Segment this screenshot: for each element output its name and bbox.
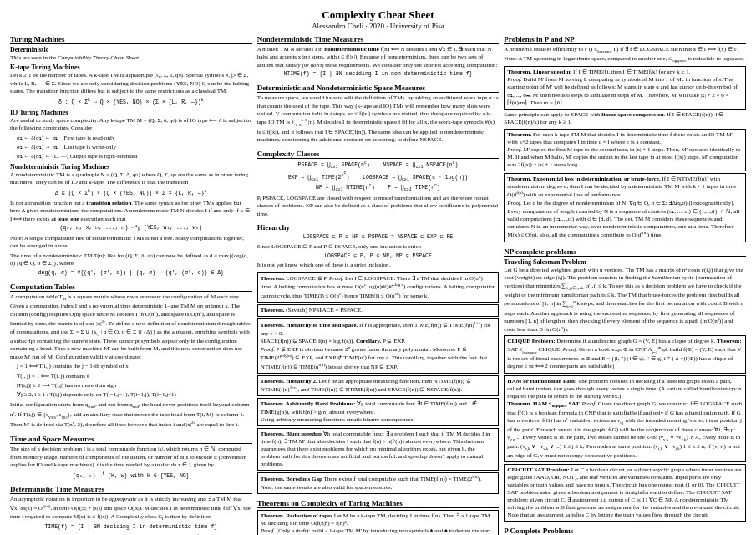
comp-tables-content2: Initial configuration starts from qstart…: [10, 401, 252, 430]
ndtm-formula: Δ ⊆ (Q × Σk) × (Q × (YES, NO)) × Σ × {L,…: [10, 189, 252, 198]
turing-theorems-section: Theorems on Complexity of Turing Machine…: [257, 499, 500, 535]
column-3: Problems in P and NP A problem I reduces…: [504, 35, 746, 535]
page-title: Complexity Cheat Sheet: [10, 8, 746, 22]
ndtime-title: Nondeterministic Time Measures: [257, 35, 500, 44]
time-space-content: The size of a decision problem I is a to…: [10, 446, 252, 469]
p-complete-title: P Complete Problems: [504, 527, 746, 535]
page-subtitle: Alessandro Cheli · 2020 · University of …: [10, 22, 746, 30]
ktape-formula: δ : Q × Σk → Q × (YES, NO) × (Σ × {L, R,…: [10, 98, 252, 107]
problems-intro: A problem I reduces efficiently to I' (I…: [504, 46, 746, 64]
det-nd-space-section: Deterministic and Nondeterministic Space…: [257, 84, 500, 145]
time-space-section: Time and Space Measures The size of a de…: [10, 435, 252, 480]
borodin-gap-theorem: Theorem. Borodin's Gap There exists f to…: [257, 472, 500, 494]
logspace-p-theorem: Theorem. LOGSPACE ⊊ P. Proof. Let I ∈ LO…: [257, 272, 500, 303]
hierarchy-title: Hierarchy: [257, 223, 500, 232]
io-tm-content: Are useful to study space complexity. An…: [10, 117, 252, 133]
tsp-content: Let G be a directed weighted graph with …: [504, 267, 746, 334]
ndtm-note: Note: A single computation tree of nonde…: [10, 235, 252, 251]
p-complete-section: P Complete Problems CIRCUIT VALUE Determ…: [504, 527, 746, 535]
validity-4: ∀j ≥ 2, i ≥ 1 : T(i,j) depends only on T…: [10, 391, 252, 399]
arb-hard-theorem: Theorem. Arbitrarily Hard Problems: ∀g t…: [257, 398, 500, 425]
hierarchy-chain: LOGSPACE ⊆ P ⊆ NP ⊆ PSPACE = NSPACE ⊆ EX…: [257, 234, 500, 242]
io-tm-title: IO Turing Machines: [10, 109, 252, 116]
linear-speedup-theorem: Theorem. Linear speedup If I ∈ TIME(f), …: [504, 66, 746, 109]
content-columns: Turing Machines Deterministic TMs are se…: [10, 35, 746, 535]
ndtime-content: A model: TM N decides I in nondeterminis…: [257, 46, 500, 69]
validity-3: |T(i,j)| ≥ 2 ⟺ T(i,j) has no more than s…: [10, 382, 252, 390]
time-space-title: Time and Space Measures: [10, 435, 252, 444]
ham-theorem: HAM or Hamiltonian Path: The problem con…: [504, 375, 746, 462]
ndtm-deg-formula: deg(q, σ) = #{(q', (σ', d)) | (q, σ) → (…: [10, 270, 252, 278]
io-constraint-3: σ₁ ← δ(σ₁) ← (L, —) Output tape is right…: [10, 153, 252, 160]
turing-machines-section: Turing Machines Deterministic TMs are se…: [10, 35, 252, 278]
cc-formulas: PSPACE = ⋃c≥1 SPACE(nc) NSPACE = ⋃c≥1 NS…: [257, 160, 500, 193]
complexity-classes-section: Complexity Classes PSPACE = ⋃c≥1 SPACE(n…: [257, 150, 500, 219]
io-constraint-2: σ₁ ← δ(σ₁) → σ₁ Last tape is write-only: [10, 144, 252, 151]
computation-tables-section: Computation Tables A computation table T…: [10, 283, 252, 431]
det-time-section: Deterministic Time Measures An asymptoti…: [10, 485, 252, 535]
ktape-content: Let k ≥ 1 be the number of tapes. A k-ta…: [10, 72, 252, 95]
det-nd-space-content: To measure space, we would have to edit …: [257, 94, 500, 145]
comp-tables-title: Computation Tables: [10, 283, 252, 292]
ndtm-title: Nondeterministic Turing Machines: [10, 163, 252, 171]
io-tm-theorem: Theorem. For each k-tape TM M that decid…: [504, 129, 746, 171]
np-complete-section: NP complete problems Traveling Salesman …: [504, 247, 746, 522]
column-2: Nondeterministic Time Measures A model: …: [257, 35, 500, 535]
ndtm-content: A nondeterministic TM is a quadruple N =…: [10, 171, 252, 187]
column-1: Turing Machines Deterministic TMs are se…: [10, 35, 252, 535]
savitch-theorem: Theorem. (Savitch) NPSPACE = PSPACE.: [257, 304, 500, 317]
validity-2: T(i, j) = 1 ⟺ T(i, j) contains #: [10, 373, 252, 380]
ndtm-formula2: (q₀, ▷, x, ▷, ..., ▷) →*N (YES, w₁, ...,…: [10, 225, 252, 233]
comp-tables-content: A computation table TM is a square matri…: [10, 293, 252, 362]
space-compression-note: Same principle can apply to SPACE with l…: [504, 111, 746, 127]
header: Complexity Cheat Sheet Alessandro Cheli …: [10, 8, 746, 30]
ndtime-section: Nondeterministic Time Measures A model: …: [257, 35, 500, 79]
tsp-title: Traveling Salesman Problem: [504, 258, 746, 266]
circuit-sat-theorem: CIRCUIT SAT Problem: Let C a boolean cir…: [504, 464, 746, 522]
turing-theorems-title: Theorems on Complexity of Turing Machine…: [257, 499, 500, 508]
time-space-formula: (q₀, ▷) →t (H, w) with H ∈ {YES, NO}: [10, 471, 252, 481]
blum-speedup-theorem: Theorem. Blum speedup ∀h total computabl…: [257, 428, 500, 471]
det-nd-space-title: Deterministic and Nondeterministic Space…: [257, 84, 500, 93]
io-constraint-1: σ₁ ← δ(σ₁) ← σ₁ First tape is read-only: [10, 135, 252, 142]
hierarchy-note: It is not yet know which one of these is…: [257, 262, 500, 269]
page: Complexity Cheat Sheet Alessandro Cheli …: [0, 0, 756, 535]
hierarchy-section: Hierarchy LOGSPACE ⊆ P ⊆ NP ⊆ PSPACE = N…: [257, 223, 500, 493]
problems-p-np-section: Problems in P and NP A problem I reduces…: [504, 35, 746, 242]
ntime-formula: NTIME(f) = {I | ∃N deciding I in non-det…: [257, 71, 500, 79]
cc-content: P, PSPACE, LOGSPACE are closed with resp…: [257, 195, 500, 218]
ktape-title: K-tape Turing Machines: [10, 64, 252, 71]
ndtm-degree: The time of a nondeterministic TM T(n): …: [10, 252, 252, 268]
det-time-title: Deterministic Time Measures: [10, 485, 252, 494]
det-time-content: An asymptotic notation is important to b…: [10, 496, 252, 522]
complexity-classes-title: Complexity Classes: [257, 150, 500, 159]
hierarchy-content: Since LOGSPACE ⊆ P and P ⊆ PSPACE, only …: [257, 243, 500, 251]
exp-loss-theorem: Theorem. Exponential loss in determiniza…: [504, 173, 746, 242]
strict-inclusions: LOGSPACE ⊊ P, P ⊊ NP, NP ⊊ PSPACE: [257, 253, 500, 261]
time-class-formula: TIME(f) = {I | ∃M deciding I in determin…: [10, 524, 252, 532]
tape-reduction-theorem: Theorem. Reduction of tapes Let M be a k…: [257, 510, 500, 535]
problems-p-np-title: Problems in P and NP: [504, 35, 746, 44]
hierarchy2-theorem: Theorem. Hierarchy 2. Let f be an approp…: [257, 375, 500, 397]
ndtm-content2: Is not a transition function but a trans…: [10, 200, 252, 223]
hierarchy-time-space-theorem: Theorem. Hierarchy of time and space. If…: [257, 318, 500, 374]
np-complete-title: NP complete problems: [504, 247, 746, 257]
clique-theorem: CLIQUE Problem: Determine if a undirecte…: [504, 335, 746, 374]
turing-machines-title: Turing Machines: [10, 35, 252, 44]
deterministic-title: Deterministic: [10, 46, 252, 54]
validity-1: j = 1 ⟺ T(i,j) contains the j − 1-th sym…: [10, 363, 252, 370]
deterministic-content: TMs are seen in the Computability Theory…: [10, 54, 252, 62]
